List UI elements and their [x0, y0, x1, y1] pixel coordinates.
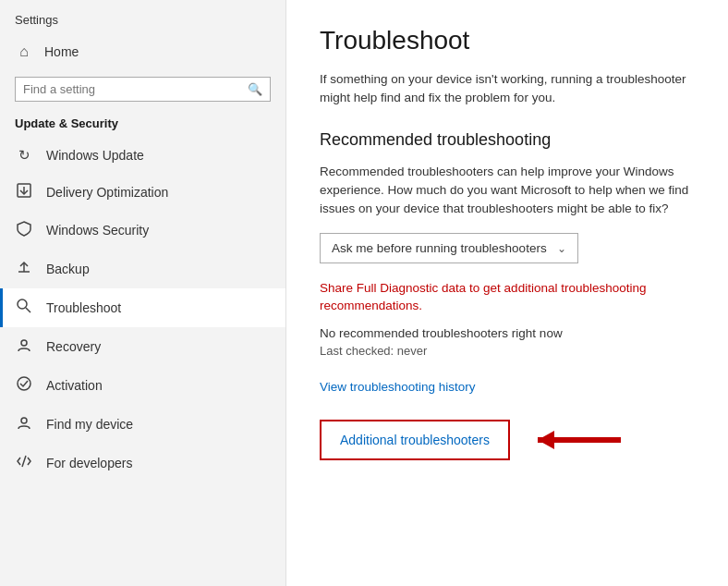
dropdown-value: Ask me before running troubleshooters: [332, 241, 547, 255]
sidebar-label-backup: Backup: [46, 262, 90, 276]
diagnostic-link[interactable]: Share Full Diagnostic data to get additi…: [320, 280, 695, 315]
sidebar-item-delivery-optimization[interactable]: Delivery Optimization: [0, 173, 285, 211]
arrow-indicator: [528, 423, 639, 457]
sidebar-label-for-developers: For developers: [46, 456, 132, 470]
no-troubleshooters-text: No recommended troubleshooters right now: [320, 326, 695, 340]
delivery-optimization-icon: [15, 182, 33, 201]
sidebar-item-troubleshoot[interactable]: Troubleshoot: [0, 288, 285, 327]
home-icon: ⌂: [15, 43, 33, 60]
recovery-icon: [15, 336, 33, 357]
sidebar-label-delivery-optimization: Delivery Optimization: [46, 185, 168, 200]
last-checked-text: Last checked: never: [320, 344, 695, 358]
svg-marker-11: [538, 431, 554, 449]
svg-line-9: [22, 456, 26, 467]
svg-line-5: [26, 308, 30, 312]
chevron-down-icon: ⌄: [557, 242, 566, 255]
activation-icon: [15, 375, 33, 396]
for-developers-icon: [15, 453, 33, 473]
recommended-heading: Recommended troubleshooting: [320, 130, 695, 150]
troubleshoot-icon: [15, 298, 33, 318]
svg-point-7: [18, 377, 30, 390]
home-label: Home: [44, 44, 79, 59]
page-title: Troubleshoot: [320, 26, 695, 55]
backup-icon: [15, 259, 33, 279]
search-box[interactable]: 🔍: [15, 77, 271, 102]
sidebar-item-windows-security[interactable]: Windows Security: [0, 211, 285, 250]
find-my-device-icon: [15, 414, 33, 434]
additional-troubleshooters-box: Additional troubleshooters: [320, 420, 510, 460]
intro-text: If something on your device isn't workin…: [320, 70, 695, 108]
red-arrow-svg: [528, 423, 639, 457]
sidebar-item-activation[interactable]: Activation: [0, 366, 285, 405]
troubleshooter-dropdown[interactable]: Ask me before running troubleshooters ⌄: [320, 233, 578, 263]
section-title: Update & Security: [0, 111, 285, 138]
svg-point-4: [18, 299, 27, 309]
svg-point-8: [21, 418, 27, 423]
sidebar: Settings ⌂ Home 🔍 Update & Security ↻ Wi…: [0, 0, 286, 586]
sidebar-item-backup[interactable]: Backup: [0, 250, 285, 288]
additional-troubleshooters-link[interactable]: Additional troubleshooters: [340, 433, 490, 447]
sidebar-label-windows-update: Windows Update: [46, 148, 144, 163]
sidebar-label-troubleshoot: Troubleshoot: [46, 300, 121, 315]
sidebar-label-find-my-device: Find my device: [46, 417, 133, 432]
view-history-link[interactable]: View troubleshooting history: [320, 380, 695, 394]
search-input[interactable]: [23, 82, 248, 96]
sidebar-item-windows-update[interactable]: ↻ Windows Update: [0, 138, 285, 173]
sidebar-label-activation: Activation: [46, 378, 103, 393]
sidebar-item-recovery[interactable]: Recovery: [0, 327, 285, 366]
search-icon: 🔍: [248, 82, 262, 96]
app-title: Settings: [0, 0, 285, 34]
windows-update-icon: ↻: [15, 147, 33, 164]
rec-description: Recommended troubleshooters can help imp…: [320, 163, 695, 219]
sidebar-label-recovery: Recovery: [46, 339, 101, 354]
sidebar-item-for-developers[interactable]: For developers: [0, 444, 285, 482]
main-content: Troubleshoot If something on your device…: [286, 0, 728, 586]
sidebar-item-find-my-device[interactable]: Find my device: [0, 405, 285, 444]
sidebar-label-windows-security: Windows Security: [46, 223, 149, 238]
additional-troubleshooters-row: Additional troubleshooters: [320, 420, 695, 460]
windows-security-icon: [15, 220, 33, 240]
home-button[interactable]: ⌂ Home: [0, 34, 285, 69]
svg-point-6: [21, 340, 27, 346]
